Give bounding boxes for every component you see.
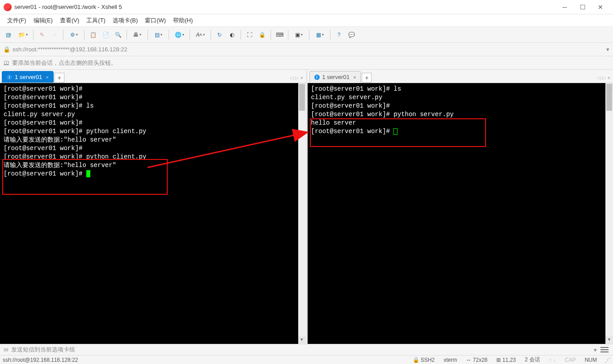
term-line: [root@server01 work]# — [4, 144, 303, 153]
minimize-button[interactable]: ─ — [556, 0, 574, 14]
scroll-thumb[interactable] — [299, 84, 305, 111]
menu-edit[interactable]: 编辑(E) — [31, 15, 55, 26]
quick-command-icon[interactable]: ◐ — [226, 29, 238, 41]
menubar: 文件(F) 编辑(E) 查看(V) 工具(T) 选项卡(B) 窗口(W) 帮助(… — [0, 14, 613, 27]
toolbar-separator — [148, 30, 148, 40]
tab-close-icon[interactable]: × — [353, 75, 356, 80]
scroll-down-icon[interactable]: ▼ — [605, 336, 613, 344]
layout-icon[interactable]: ▦ — [312, 29, 327, 41]
tab-server01-right[interactable]: 1 server01 × — [309, 71, 361, 83]
tab-prev-icon[interactable]: ◁ — [290, 75, 293, 81]
scrollbar-right[interactable]: ▲ ▼ — [605, 83, 613, 344]
scrollbar-left[interactable]: ▲ ▼ — [298, 83, 306, 344]
menu-window[interactable]: 窗口(W) — [142, 15, 169, 26]
open-session-icon[interactable]: 📁 — [15, 29, 30, 41]
properties-icon[interactable]: ⚙ — [66, 29, 81, 41]
term-line: [root@server01 work]# ls — [311, 85, 611, 93]
lock-icon[interactable]: 🔒 — [256, 29, 268, 41]
status-cap: CAP — [563, 357, 578, 363]
bookmark-icon[interactable]: 🕮 — [4, 59, 9, 66]
toolbar-separator — [63, 30, 63, 40]
new-tab-icon[interactable]: ▣ — [291, 29, 306, 41]
term-line: 请输入要发送的数据:"hello server" — [4, 161, 303, 170]
tip-bar: 🕮 要添加当前会话，点击左侧的箭头按钮。 — [0, 56, 613, 70]
term-line: hello server — [311, 119, 611, 127]
refresh-icon[interactable]: ↻ — [214, 29, 225, 41]
status-sessions: 2 会话 — [523, 356, 542, 364]
term-line: [root@server01 work]# — [4, 170, 303, 178]
new-session-icon[interactable]: ▤+ — [3, 29, 14, 41]
scroll-thumb[interactable] — [606, 84, 612, 111]
tab-label: 1 server01 — [15, 74, 42, 80]
status-term: xterm — [442, 357, 459, 363]
new-tab-button[interactable]: + — [55, 73, 64, 83]
term-line: [root@server01 work]# ls — [4, 102, 303, 110]
workarea: 1 server01 × + ◁ ▷ ▾ [root@server01 work… — [0, 70, 613, 344]
send-dropdown-icon[interactable]: ▾ — [594, 347, 597, 353]
tab-nav-right: ◁ ▷ ▾ — [597, 75, 610, 81]
toolbar-separator — [330, 30, 330, 40]
titlebar: server01 - root@server01:/work - Xshell … — [0, 0, 613, 14]
maximize-button[interactable]: ☐ — [574, 0, 592, 14]
hamburger-icon[interactable] — [600, 346, 609, 354]
term-line: [root@server01 work]# — [311, 102, 611, 110]
term-line: [root@server01 work]# — [4, 119, 303, 127]
disconnect-icon[interactable]: ⟋ — [49, 29, 60, 41]
toolbar-separator — [190, 30, 190, 40]
term-line: [root@server01 work]# python client.py — [4, 127, 303, 136]
theme-icon[interactable]: ▤ — [151, 29, 166, 41]
keyboard-icon[interactable]: ⌨ — [274, 29, 285, 41]
status-pos: ⊞ 11,23 — [495, 357, 517, 363]
new-tab-button[interactable]: + — [362, 73, 372, 83]
toolbar-separator — [271, 30, 271, 40]
send-bar[interactable]: ✉ 发送短信到当前选项卡组 ▾ — [0, 344, 613, 355]
term-line: client.py server.py — [311, 93, 611, 102]
toolbar-separator — [309, 30, 309, 40]
toolbar-separator — [84, 30, 85, 40]
edit-session-icon[interactable]: ✎ — [36, 29, 48, 41]
menu-tab[interactable]: 选项卡(B) — [110, 15, 140, 26]
toolbar-separator — [127, 30, 127, 40]
status-num: NUM — [583, 357, 599, 363]
menu-view[interactable]: 查看(V) — [57, 15, 82, 26]
app-icon — [4, 3, 12, 11]
fullscreen-icon[interactable]: ⛶ — [244, 29, 255, 41]
terminal-right[interactable]: [root@server01 work]# ls client.py serve… — [308, 83, 613, 344]
term-line: [root@server01 work]# python server.py — [311, 110, 611, 119]
menu-help[interactable]: 帮助(H) — [170, 15, 195, 26]
tab-list-icon[interactable]: ▾ — [608, 75, 610, 81]
tab-server01-left[interactable]: 1 server01 × — [2, 71, 54, 83]
tab-row-right: 1 server01 × + ◁ ▷ ▾ — [308, 70, 613, 83]
menu-file[interactable]: 文件(F) — [4, 15, 29, 26]
find-icon[interactable]: 🔍 — [112, 29, 124, 41]
copy-icon[interactable]: 📋 — [87, 29, 99, 41]
scroll-down-icon[interactable]: ▼ — [298, 336, 306, 344]
send-icon[interactable]: ✉ — [4, 347, 8, 353]
tab-status-icon — [7, 75, 12, 80]
tab-prev-icon[interactable]: ◁ — [597, 75, 600, 81]
tab-close-icon[interactable]: × — [46, 75, 48, 80]
tab-next-icon[interactable]: ▷ — [602, 75, 606, 81]
resize-grip-icon[interactable]: ⋰ — [604, 357, 610, 363]
print-icon[interactable]: 🖶 — [130, 29, 145, 41]
paste-icon[interactable]: 📄 — [100, 29, 111, 41]
close-button[interactable]: ✕ — [592, 0, 609, 14]
font-icon[interactable]: AA — [193, 29, 208, 41]
term-line: [root@server01 work]# — [4, 85, 303, 93]
toolbar-separator — [33, 30, 34, 40]
send-placeholder: 发送短信到当前选项卡组 — [11, 346, 75, 354]
tab-next-icon[interactable]: ▷ — [295, 75, 299, 81]
status-address: ssh://root@192.168.116.128:22 — [3, 357, 406, 363]
feedback-icon[interactable]: 💬 — [346, 29, 357, 41]
term-line: client.py server.py — [4, 110, 303, 119]
encoding-icon[interactable]: 🌐 — [172, 29, 187, 41]
tab-list-icon[interactable]: ▾ — [300, 75, 303, 81]
tip-text: 要添加当前会话，点击左侧的箭头按钮。 — [12, 59, 117, 67]
menu-tools[interactable]: 工具(T) — [84, 15, 108, 26]
toolbar: ▤+ 📁 ✎ ⟋ ⚙ 📋 📄 🔍 🖶 ▤ 🌐 AA ↻ ◐ ⛶ 🔒 ⌨ ▣ ▦ … — [0, 27, 613, 43]
address-dropdown-icon[interactable]: ▾ — [606, 46, 609, 53]
help-icon[interactable]: ? — [333, 29, 345, 41]
terminal-left[interactable]: [root@server01 work]# [root@server01 wor… — [0, 83, 306, 344]
toolbar-separator — [241, 30, 241, 40]
address-bar[interactable]: 🔒 ssh://root:**************@192.168.116.… — [0, 43, 613, 56]
